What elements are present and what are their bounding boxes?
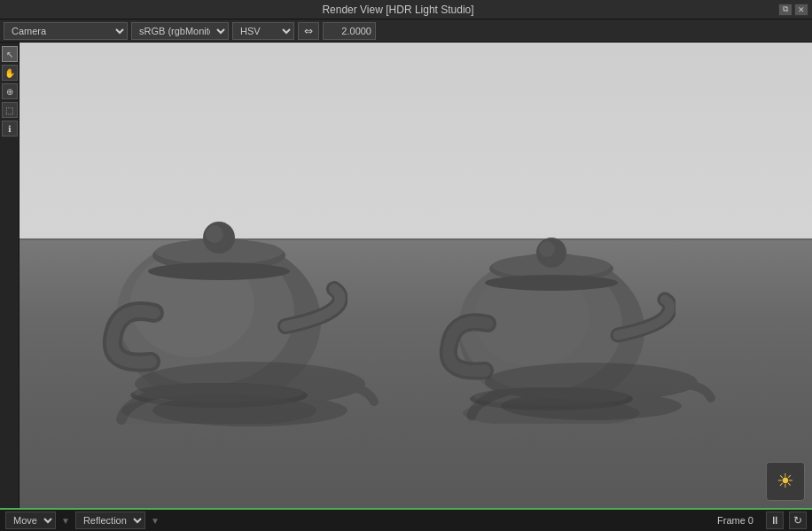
zoom-tool[interactable]: ⊕: [2, 83, 18, 99]
frame-tool[interactable]: ⬚: [2, 102, 18, 118]
zoom-value[interactable]: [323, 22, 376, 40]
window-title: Render View [HDR Light Studio]: [18, 4, 778, 16]
svg-point-25: [152, 394, 347, 426]
cursor-tool[interactable]: ↖: [2, 46, 18, 62]
left-toolbar: ↖ ✋ ⊕ ⬚ ℹ: [0, 43, 20, 508]
pause-button[interactable]: ⏸: [766, 511, 784, 529]
refresh-button[interactable]: ↻: [789, 511, 807, 529]
render-viewport: ☀: [20, 43, 812, 508]
pan-tool[interactable]: ✋: [2, 65, 18, 81]
window-controls: ⧉ ✕: [778, 4, 812, 16]
hdr-studio-button[interactable]: ☀: [766, 462, 805, 501]
reflections-svg: [73, 357, 800, 464]
mode-select[interactable]: HSV: [232, 22, 294, 40]
close-button[interactable]: ✕: [794, 4, 808, 16]
title-bar: Render View [HDR Light Studio] ⧉ ✕: [0, 0, 812, 20]
frame-label: Frame 0: [717, 515, 753, 526]
svg-point-18: [539, 241, 555, 257]
color-space-select[interactable]: sRGB (rgbMonitor): [131, 22, 229, 40]
main-area: ↖ ✋ ⊕ ⬚ ℹ: [0, 43, 812, 508]
svg-point-21: [485, 275, 618, 291]
camera-select[interactable]: Camera: [4, 22, 128, 40]
info-tool[interactable]: ℹ: [2, 121, 18, 137]
svg-point-6: [206, 225, 223, 243]
restore-button[interactable]: ⧉: [778, 4, 792, 16]
reflection-select[interactable]: Reflection: [75, 511, 145, 529]
floor-reflections: [73, 357, 800, 464]
arrows-icon-button[interactable]: ⇔: [298, 22, 319, 40]
toolbar-row: Camera sRGB (rgbMonitor) HSV ⇔: [0, 20, 812, 43]
svg-point-27: [501, 392, 682, 420]
status-bar: Move ▼ Reflection ▼ Frame 0 ⏸ ↻: [0, 508, 812, 531]
move-select[interactable]: Move: [5, 511, 56, 529]
svg-point-9: [148, 262, 290, 280]
